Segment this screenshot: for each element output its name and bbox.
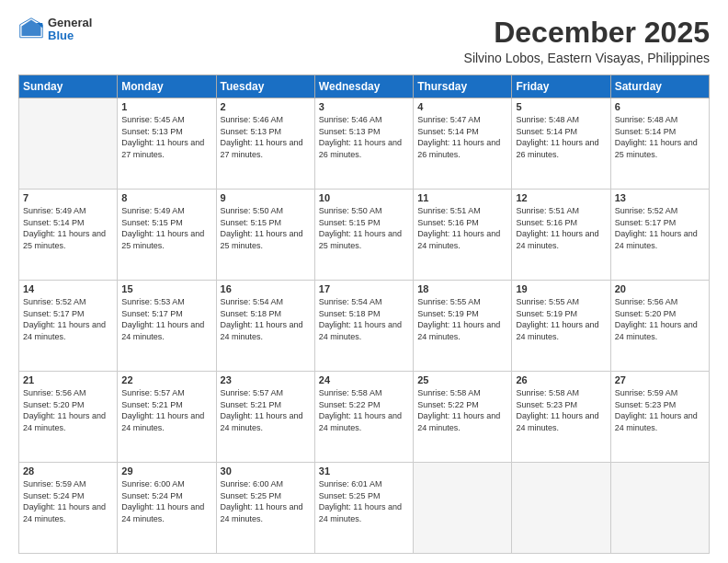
day-number: 5: [516, 101, 606, 112]
day-number: 13: [615, 192, 705, 203]
weekday-header-friday: Friday: [512, 75, 610, 98]
calendar-cell: 31Sunrise: 6:01 AM Sunset: 5:25 PM Dayli…: [314, 463, 413, 554]
calendar-cell: 10Sunrise: 5:50 AM Sunset: 5:15 PM Dayli…: [314, 190, 413, 281]
calendar-cell: 14Sunrise: 5:52 AM Sunset: 5:17 PM Dayli…: [19, 281, 118, 372]
day-number: 19: [516, 283, 606, 294]
day-number: 14: [23, 283, 113, 294]
calendar-cell: 29Sunrise: 6:00 AM Sunset: 5:24 PM Dayli…: [118, 463, 216, 554]
day-number: 29: [121, 465, 211, 477]
day-number: 8: [121, 192, 211, 203]
calendar-cell: 7Sunrise: 5:49 AM Sunset: 5:14 PM Daylig…: [19, 190, 118, 281]
logo-icon: [18, 17, 44, 42]
cell-info: Sunrise: 5:55 AM Sunset: 5:19 PM Dayligh…: [417, 296, 507, 342]
calendar-cell: 2Sunrise: 5:46 AM Sunset: 5:13 PM Daylig…: [216, 98, 314, 190]
day-number: 20: [615, 283, 705, 294]
calendar-cell: [19, 98, 118, 190]
calendar-cell: 11Sunrise: 5:51 AM Sunset: 5:16 PM Dayli…: [414, 190, 512, 281]
week-row-2: 7Sunrise: 5:49 AM Sunset: 5:14 PM Daylig…: [19, 190, 710, 281]
cell-info: Sunrise: 5:48 AM Sunset: 5:14 PM Dayligh…: [516, 114, 606, 160]
week-row-3: 14Sunrise: 5:52 AM Sunset: 5:17 PM Dayli…: [19, 281, 710, 372]
logo: General Blue: [18, 17, 92, 43]
cell-info: Sunrise: 5:50 AM Sunset: 5:15 PM Dayligh…: [319, 205, 409, 251]
calendar-cell: 8Sunrise: 5:49 AM Sunset: 5:15 PM Daylig…: [118, 190, 216, 281]
calendar-cell: 3Sunrise: 5:46 AM Sunset: 5:13 PM Daylig…: [314, 98, 413, 190]
day-number: 26: [516, 374, 606, 385]
cell-info: Sunrise: 5:46 AM Sunset: 5:13 PM Dayligh…: [319, 114, 409, 160]
calendar-cell: 15Sunrise: 5:53 AM Sunset: 5:17 PM Dayli…: [118, 281, 216, 372]
day-number: 27: [615, 374, 705, 385]
cell-info: Sunrise: 5:51 AM Sunset: 5:16 PM Dayligh…: [516, 205, 606, 251]
calendar-cell: 26Sunrise: 5:58 AM Sunset: 5:23 PM Dayli…: [512, 372, 610, 463]
header: General Blue December 2025 Silvino Lobos…: [18, 17, 710, 65]
day-number: 17: [319, 283, 409, 294]
cell-info: Sunrise: 5:49 AM Sunset: 5:14 PM Dayligh…: [23, 205, 113, 251]
cell-info: Sunrise: 5:57 AM Sunset: 5:21 PM Dayligh…: [121, 387, 211, 433]
cell-info: Sunrise: 5:48 AM Sunset: 5:14 PM Dayligh…: [615, 114, 705, 160]
cell-info: Sunrise: 5:59 AM Sunset: 5:23 PM Dayligh…: [615, 387, 705, 433]
calendar-cell: 23Sunrise: 5:57 AM Sunset: 5:21 PM Dayli…: [216, 372, 314, 463]
calendar-cell: 28Sunrise: 5:59 AM Sunset: 5:24 PM Dayli…: [19, 463, 118, 554]
calendar-cell: [610, 463, 709, 554]
day-number: 1: [121, 101, 211, 112]
month-title: December 2025: [464, 17, 710, 49]
calendar-cell: 4Sunrise: 5:47 AM Sunset: 5:14 PM Daylig…: [414, 98, 512, 190]
calendar-cell: 25Sunrise: 5:58 AM Sunset: 5:22 PM Dayli…: [414, 372, 512, 463]
cell-info: Sunrise: 5:46 AM Sunset: 5:13 PM Dayligh…: [221, 114, 311, 160]
day-number: 23: [221, 374, 311, 385]
week-row-4: 21Sunrise: 5:56 AM Sunset: 5:20 PM Dayli…: [19, 372, 710, 463]
cell-info: Sunrise: 5:51 AM Sunset: 5:16 PM Dayligh…: [417, 205, 507, 251]
calendar-cell: 16Sunrise: 5:54 AM Sunset: 5:18 PM Dayli…: [216, 281, 314, 372]
day-number: 6: [615, 101, 705, 112]
logo-text: General Blue: [48, 17, 92, 43]
cell-info: Sunrise: 5:57 AM Sunset: 5:21 PM Dayligh…: [221, 387, 311, 433]
cell-info: Sunrise: 5:56 AM Sunset: 5:20 PM Dayligh…: [615, 296, 705, 342]
day-number: 28: [23, 465, 113, 477]
calendar-cell: 27Sunrise: 5:59 AM Sunset: 5:23 PM Dayli…: [610, 372, 709, 463]
calendar-cell: 30Sunrise: 6:00 AM Sunset: 5:25 PM Dayli…: [216, 463, 314, 554]
cell-info: Sunrise: 6:00 AM Sunset: 5:24 PM Dayligh…: [121, 478, 211, 524]
weekday-header-row: SundayMondayTuesdayWednesdayThursdayFrid…: [19, 75, 710, 98]
title-block: December 2025 Silvino Lobos, Eastern Vis…: [464, 17, 710, 65]
weekday-header-monday: Monday: [118, 75, 216, 98]
logo-blue: Blue: [48, 29, 92, 42]
cell-info: Sunrise: 6:00 AM Sunset: 5:25 PM Dayligh…: [221, 478, 311, 524]
calendar-cell: 20Sunrise: 5:56 AM Sunset: 5:20 PM Dayli…: [610, 281, 709, 372]
calendar-cell: 24Sunrise: 5:58 AM Sunset: 5:22 PM Dayli…: [314, 372, 413, 463]
logo-general: General: [48, 17, 92, 29]
cell-info: Sunrise: 5:58 AM Sunset: 5:22 PM Dayligh…: [319, 387, 409, 433]
page: General Blue December 2025 Silvino Lobos…: [0, 0, 728, 563]
day-number: 11: [417, 192, 507, 203]
cell-info: Sunrise: 5:54 AM Sunset: 5:18 PM Dayligh…: [319, 296, 409, 342]
calendar-table: SundayMondayTuesdayWednesdayThursdayFrid…: [18, 75, 710, 554]
weekday-header-thursday: Thursday: [414, 75, 512, 98]
week-row-5: 28Sunrise: 5:59 AM Sunset: 5:24 PM Dayli…: [19, 463, 710, 554]
day-number: 7: [23, 192, 113, 203]
calendar-cell: 5Sunrise: 5:48 AM Sunset: 5:14 PM Daylig…: [512, 98, 610, 190]
location-title: Silvino Lobos, Eastern Visayas, Philippi…: [464, 51, 710, 65]
day-number: 2: [221, 101, 311, 112]
cell-info: Sunrise: 5:59 AM Sunset: 5:24 PM Dayligh…: [23, 478, 113, 524]
cell-info: Sunrise: 5:50 AM Sunset: 5:15 PM Dayligh…: [221, 205, 311, 251]
day-number: 9: [221, 192, 311, 203]
day-number: 3: [319, 101, 409, 112]
day-number: 10: [319, 192, 409, 203]
cell-info: Sunrise: 5:49 AM Sunset: 5:15 PM Dayligh…: [121, 205, 211, 251]
day-number: 24: [319, 374, 409, 385]
cell-info: Sunrise: 5:58 AM Sunset: 5:23 PM Dayligh…: [516, 387, 606, 433]
calendar-cell: 12Sunrise: 5:51 AM Sunset: 5:16 PM Dayli…: [512, 190, 610, 281]
calendar-cell: 18Sunrise: 5:55 AM Sunset: 5:19 PM Dayli…: [414, 281, 512, 372]
cell-info: Sunrise: 5:45 AM Sunset: 5:13 PM Dayligh…: [121, 114, 211, 160]
day-number: 25: [417, 374, 507, 385]
calendar-cell: 9Sunrise: 5:50 AM Sunset: 5:15 PM Daylig…: [216, 190, 314, 281]
weekday-header-tuesday: Tuesday: [216, 75, 314, 98]
calendar-cell: 19Sunrise: 5:55 AM Sunset: 5:19 PM Dayli…: [512, 281, 610, 372]
day-number: 21: [23, 374, 113, 385]
calendar-cell: 6Sunrise: 5:48 AM Sunset: 5:14 PM Daylig…: [610, 98, 709, 190]
week-row-1: 1Sunrise: 5:45 AM Sunset: 5:13 PM Daylig…: [19, 98, 710, 190]
calendar-cell: [414, 463, 512, 554]
cell-info: Sunrise: 5:52 AM Sunset: 5:17 PM Dayligh…: [615, 205, 705, 251]
day-number: 4: [417, 101, 507, 112]
calendar-cell: 22Sunrise: 5:57 AM Sunset: 5:21 PM Dayli…: [118, 372, 216, 463]
cell-info: Sunrise: 5:47 AM Sunset: 5:14 PM Dayligh…: [417, 114, 507, 160]
cell-info: Sunrise: 5:58 AM Sunset: 5:22 PM Dayligh…: [417, 387, 507, 433]
